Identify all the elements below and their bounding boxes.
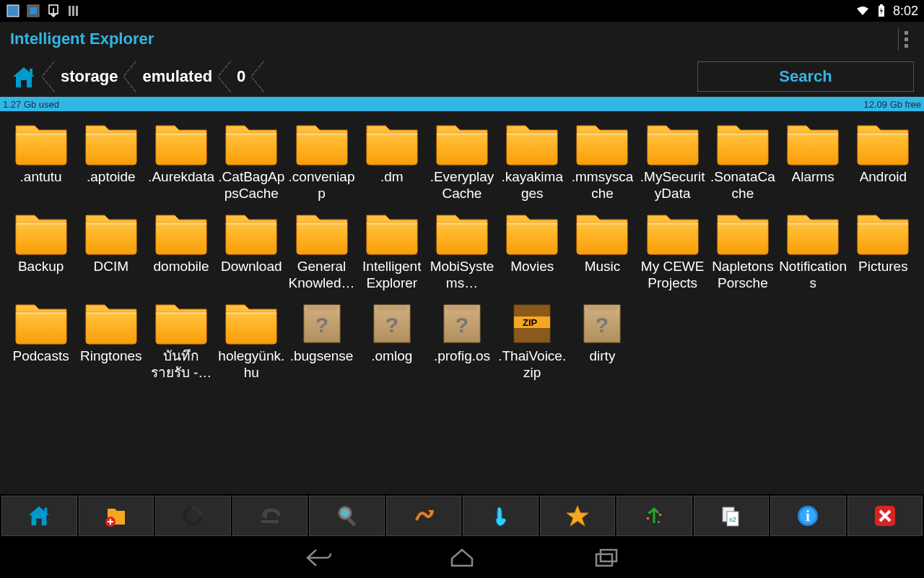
tool-search-button[interactable] — [309, 496, 385, 536]
folder-icon — [504, 208, 560, 256]
file-item[interactable]: MobiSystems… — [427, 208, 497, 292]
svg-rect-9 — [69, 6, 71, 16]
file-item[interactable]: Download — [217, 208, 287, 292]
file-item[interactable]: .dm — [357, 118, 427, 202]
file-item[interactable]: .EveryplayCache — [427, 118, 497, 202]
file-item[interactable]: General Knowled… — [287, 208, 357, 292]
folder-icon — [294, 118, 350, 166]
file-item[interactable]: Pictures — [848, 208, 918, 292]
breadcrumb-item[interactable]: storage — [55, 67, 123, 86]
file-label: .profig.os — [434, 348, 490, 381]
file-item[interactable]: domobile — [146, 208, 216, 292]
tool-close-button[interactable] — [847, 496, 923, 536]
file-item[interactable]: .mmsyscache — [567, 118, 637, 202]
tool-refresh-button[interactable] — [155, 496, 231, 536]
chevron-right-icon — [251, 61, 264, 92]
file-item[interactable]: Ringtones — [76, 298, 146, 381]
app-title: Intelligent Explorer — [10, 30, 154, 48]
tool-upload-button[interactable] — [616, 496, 692, 536]
file-item[interactable]: .ThaiVoice.zip — [497, 298, 567, 381]
file-item[interactable]: Movies — [497, 208, 567, 292]
folder-icon — [153, 118, 209, 166]
file-item[interactable]: Intelligent Explorer — [357, 208, 427, 292]
svg-rect-32 — [596, 554, 612, 566]
file-label: Napletons Porsche — [709, 259, 777, 292]
file-item[interactable]: My CEWE Projects — [637, 208, 707, 292]
svg-rect-23 — [648, 512, 650, 514]
svg-rect-22 — [659, 514, 661, 516]
file-label: Alarms — [792, 169, 834, 202]
file-item[interactable]: .CatBagAppsCache — [217, 118, 287, 202]
file-label: .Aurekdata — [148, 169, 214, 202]
status-bar: 8:02 — [0, 0, 924, 22]
file-item[interactable]: .aptoide — [76, 118, 146, 202]
wifi-icon — [855, 4, 870, 18]
home-icon[interactable] — [10, 64, 38, 89]
tool-select-button[interactable] — [463, 496, 539, 536]
folder-icon — [715, 118, 771, 166]
folder-icon — [223, 298, 279, 345]
status-icon — [6, 4, 20, 18]
storage-free: 12.09 Gb free — [864, 99, 922, 110]
file-label: Music — [585, 259, 621, 292]
file-item[interactable]: .SonataCache — [707, 118, 777, 202]
file-item[interactable]: บันทึกรายรับ -… — [146, 298, 216, 381]
file-label: .kayakimages — [498, 169, 566, 202]
overflow-menu-icon[interactable] — [898, 28, 914, 51]
nav-home-button[interactable] — [448, 547, 476, 569]
tool-sort-button[interactable] — [386, 496, 462, 536]
file-item[interactable]: .MySecurityData — [637, 118, 707, 202]
file-item[interactable]: .bugsense — [287, 298, 357, 381]
file-item[interactable]: Music — [567, 208, 637, 292]
battery-icon — [874, 4, 889, 18]
file-label: Intelligent Explorer — [358, 259, 426, 292]
file-item[interactable]: .omlog — [357, 298, 427, 381]
file-item[interactable]: Podcasts — [6, 298, 76, 381]
tool-favorite-button[interactable] — [540, 496, 616, 536]
file-label: Ringtones — [80, 348, 142, 381]
folder-icon — [364, 208, 420, 256]
file-label: Pictures — [858, 259, 908, 292]
folder-icon — [223, 208, 279, 256]
tool-info-button[interactable]: i — [770, 496, 846, 536]
file-item[interactable]: holegyünk.hu — [217, 298, 287, 381]
file-item[interactable]: Notifications — [778, 208, 848, 292]
file-label: domobile — [154, 259, 209, 292]
file-item[interactable]: .conveniapp — [287, 118, 357, 202]
file-item[interactable]: .antutu — [6, 118, 76, 202]
tool-home-button[interactable] — [1, 496, 77, 536]
search-button[interactable]: Search — [697, 61, 914, 92]
file-label: dirty — [590, 348, 616, 381]
file-item[interactable]: Alarms — [778, 118, 848, 202]
file-item[interactable]: Backup — [6, 208, 76, 292]
folder-icon — [785, 118, 841, 166]
folder-icon — [223, 118, 279, 166]
folder-icon — [504, 118, 560, 166]
tool-new-folder-button[interactable] — [79, 496, 154, 536]
folder-icon — [645, 208, 701, 256]
nav-recent-button[interactable] — [592, 547, 621, 569]
folder-icon — [13, 118, 69, 166]
nav-back-button[interactable] — [303, 547, 332, 569]
file-item[interactable]: DCIM — [76, 208, 146, 292]
breadcrumb-item[interactable]: emulated — [136, 67, 218, 86]
folder-icon — [153, 208, 209, 256]
tool-back-button[interactable] — [232, 496, 308, 536]
svg-text:i: i — [806, 508, 810, 524]
breadcrumb-item[interactable]: 0 — [231, 67, 251, 86]
svg-rect-7 — [30, 7, 37, 14]
svg-text:x2: x2 — [729, 516, 736, 523]
svg-rect-33 — [601, 550, 616, 561]
folder-icon — [364, 118, 420, 166]
file-item[interactable]: dirty — [567, 298, 637, 381]
status-icon — [26, 4, 40, 18]
file-item[interactable]: .Aurekdata — [146, 118, 216, 202]
file-item[interactable]: Android — [848, 118, 918, 202]
svg-rect-20 — [347, 517, 356, 526]
folder-icon — [574, 208, 630, 256]
file-item[interactable]: Napletons Porsche — [707, 208, 777, 292]
file-item[interactable]: .kayakimages — [497, 118, 567, 202]
file-label: .ThaiVoice.zip — [498, 348, 566, 381]
tool-copy-button[interactable]: x2 — [694, 496, 770, 536]
file-item[interactable]: .profig.os — [427, 298, 497, 381]
